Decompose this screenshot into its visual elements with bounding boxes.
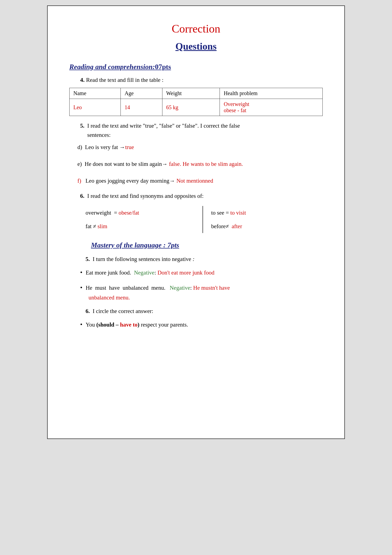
col-name: Name: [70, 88, 121, 99]
cell-age: 14: [121, 99, 162, 116]
bullet-text-1: Eat more junk food. Negative: Don't eat …: [86, 268, 214, 278]
bullet-dot-2: •: [80, 283, 82, 292]
bullet-dot-1: •: [80, 268, 82, 277]
bullet-dot-circle: •: [80, 320, 82, 329]
table-header-row: Name Age Weight Health problem: [70, 88, 323, 99]
synonym-fat: fat ≠ slim: [86, 220, 197, 233]
question-6-circle-label: 6. I circle the correct answer:: [86, 308, 323, 315]
bullet-item-2: • He must have unbalanced menu. Negative…: [80, 283, 323, 302]
synonym-before: before≠ after: [211, 220, 323, 233]
bullet-text-circle: You (should – have to) respect your pare…: [86, 320, 188, 330]
cell-health: Overweightobese - fat: [220, 99, 323, 116]
synonyms-left: overweight = obese/fat fat ≠ slim: [86, 206, 202, 233]
title-questions: Questions: [69, 41, 323, 52]
table-row: Leo 14 65 kg Overweightobese - fat: [70, 99, 323, 116]
synonyms-right: to see = to visit before≠ after: [202, 206, 323, 233]
col-weight: Weight: [162, 88, 220, 99]
question-5-intro: 5. I read the text and write "true", "fa…: [80, 121, 323, 140]
section-heading-reading: Reading and comprehension:07pts: [69, 63, 323, 71]
title-correction: Correction: [69, 22, 323, 35]
bullet-text-2: He must have unbalanced menu. Negative: …: [86, 283, 323, 302]
section-mastery: Mastery of the language : 7pts 5. I turn…: [69, 241, 323, 330]
synonym-overweight: overweight = obese/fat: [86, 206, 197, 220]
page: Correction Questions Reading and compreh…: [47, 5, 345, 439]
sentence-f: f) Leo goes jogging every day morning→ N…: [77, 176, 323, 186]
cell-name: Leo: [70, 99, 121, 116]
col-health: Health problem: [220, 88, 323, 99]
sentence-d: d) Leo is very fat →true: [77, 142, 323, 153]
question-6-intro: 6. I read the text and find synonyms and…: [80, 193, 323, 199]
question-4-label: 4. Read the text and fill in the table :: [80, 76, 323, 83]
section-reading: Reading and comprehension:07pts 4. Read …: [69, 63, 323, 233]
col-age: Age: [121, 88, 162, 99]
bullet-item-circle: • You (should – have to) respect your pa…: [80, 320, 323, 330]
bullet-item-1: • Eat more junk food. Negative: Don't ea…: [80, 268, 323, 278]
synonym-see: to see = to visit: [211, 206, 323, 220]
sentence-e: e) He does not want to be slim again→ fa…: [77, 159, 323, 169]
question-5-mastery: 5. I turn the following sentences into n…: [86, 256, 323, 263]
synonyms-grid: overweight = obese/fat fat ≠ slim to see…: [86, 206, 323, 233]
cell-weight: 65 kg: [162, 99, 220, 116]
fill-table: Name Age Weight Health problem Leo 14 65…: [69, 88, 323, 116]
mastery-heading: Mastery of the language : 7pts: [91, 241, 323, 249]
